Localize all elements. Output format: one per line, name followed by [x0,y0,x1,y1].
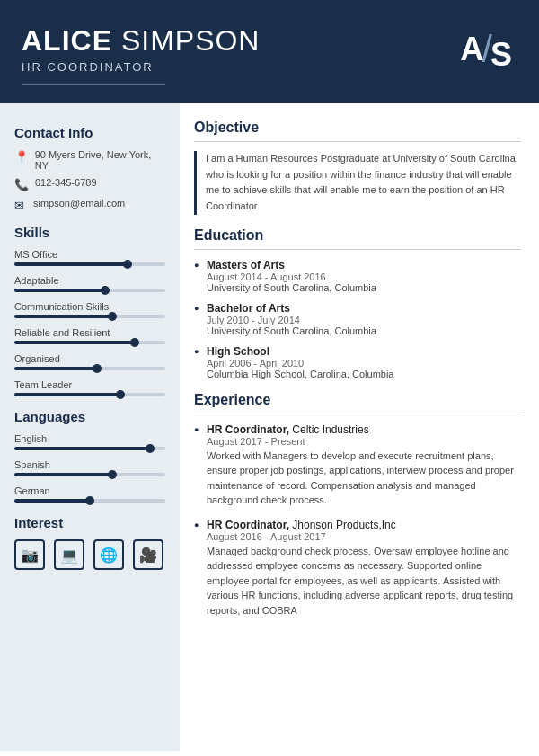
edu-degree: High School [207,345,521,358]
skill-item: Reliable and Resilient [14,327,165,344]
skill-bar-fill [14,289,105,292]
skill-bar-bg [14,289,165,292]
lang-label: Spanish [14,459,165,470]
education-item: Masters of Arts August 2014 - August 201… [194,259,521,293]
contact-section: Contact Info 📍 90 Myers Drive, New York,… [14,125,165,212]
lang-bar-dot [108,470,117,479]
edu-school: Columbia High School, Carolina, Columbia [207,369,521,379]
skill-bar-dot [101,286,110,295]
computer-icon: 💻 [54,539,84,570]
experience-title: Experience [194,392,521,408]
education-item: Bachelor of Arts July 2010 - July 2014 U… [194,302,521,336]
contact-title: Contact Info [14,125,165,140]
lang-bar-dot [85,496,94,505]
edu-degree: Bachelor of Arts [207,302,521,315]
skill-label: Organised [14,353,165,364]
objective-title: Objective [194,120,521,136]
skill-label: MS Office [14,249,165,260]
objective-divider [194,141,521,142]
header-left: ALICE SIMPSON HR COORDINATOR [22,25,260,85]
skill-label: Team Leader [14,379,165,390]
languages-section: Languages English Spanish German [14,409,165,503]
skill-label: Reliable and Resilient [14,327,165,338]
video-icon: 🎥 [133,539,163,570]
objective-text: I am a Human Resources Postgraduate at U… [194,151,521,214]
lang-bar-bg [14,499,165,503]
monogram-s: S [490,36,508,74]
education-divider [194,249,521,250]
monogram-slash: / [482,28,489,71]
skill-bar-bg [14,393,165,396]
lang-bar-fill [14,499,90,503]
exp-description: Worked with Managers to develop and exec… [207,449,521,508]
main-content: Objective I am a Human Resources Postgra… [180,103,539,751]
education-container: Masters of Arts August 2014 - August 201… [194,259,521,379]
exp-title: HR Coordinator, Jhonson Products,Inc [207,519,521,531]
phone-text: 012-345-6789 [35,177,97,188]
skill-item: MS Office [14,249,165,266]
sidebar: Contact Info 📍 90 Myers Drive, New York,… [0,103,180,751]
language-item: English [14,433,165,450]
experience-divider [194,414,521,414]
edu-dates: April 2006 - April 2010 [207,358,521,369]
header-monogram: A / S [460,25,517,74]
edu-dates: August 2014 - August 2016 [207,271,521,282]
exp-dates: August 2016 - August 2017 [207,531,521,542]
header: ALICE SIMPSON HR COORDINATOR A / S [0,0,539,103]
email-icon: ✉ [14,199,27,212]
address-text: 90 Myers Drive, New York, NY [35,149,165,171]
interest-title: Interest [14,515,165,530]
experience-container: HR Coordinator, Celtic Industries August… [194,423,521,618]
languages-container: English Spanish German [14,433,165,503]
experience-item: HR Coordinator, Celtic Industries August… [194,423,521,508]
contact-phone: 📞 012-345-6789 [14,177,165,191]
lang-bar-dot [146,444,155,453]
experience-section: Experience HR Coordinator, Celtic Indust… [194,392,521,618]
skill-bar-bg [14,262,165,266]
skill-bar-bg [14,315,165,318]
first-name: ALICE [22,24,112,57]
skills-section: Skills MS Office Adaptable Communication… [14,225,165,396]
exp-title: HR Coordinator, Celtic Industries [207,423,521,436]
skill-item: Team Leader [14,379,165,396]
header-name: ALICE SIMPSON [22,25,260,57]
edu-degree: Masters of Arts [207,259,521,271]
header-title: HR COORDINATOR [22,60,260,74]
header-divider [22,84,165,85]
skill-bar-fill [14,262,128,266]
skill-bar-dot [130,338,139,347]
last-name: SIMPSON [121,24,261,57]
experience-item: HR Coordinator, Jhonson Products,Inc Aug… [194,519,521,618]
body-layout: Contact Info 📍 90 Myers Drive, New York,… [0,103,539,751]
skills-title: Skills [14,225,165,240]
skill-item: Organised [14,353,165,370]
language-item: Spanish [14,459,165,476]
camera-icon: 📷 [14,539,45,570]
lang-bar-fill [14,447,150,450]
skill-bar-dot [93,364,102,373]
language-item: German [14,485,165,503]
exp-role: HR Coordinator [207,519,287,531]
exp-role: HR Coordinator [207,423,287,436]
education-item: High School April 2006 - April 2010 Colu… [194,345,521,379]
lang-bar-fill [14,473,112,476]
lang-bar-bg [14,447,165,450]
interests-container: 📷💻🌐🎥 [14,539,165,570]
skill-bar-dot [123,260,132,269]
email-text: simpson@email.com [33,198,125,209]
exp-company: Celtic Industries [292,423,368,436]
skills-container: MS Office Adaptable Communication Skills… [14,249,165,396]
exp-description: Managed background check process. Oversa… [207,544,521,618]
skill-item: Adaptable [14,275,165,292]
phone-icon: 📞 [14,178,29,191]
edu-school: University of South Carolina, Columbia [207,282,521,293]
interests-section: Interest 📷💻🌐🎥 [14,515,165,570]
skill-bar-fill [14,393,120,396]
skill-bar-dot [108,312,117,321]
skill-item: Communication Skills [14,301,165,318]
skill-label: Adaptable [14,275,165,286]
education-section: Education Masters of Arts August 2014 - … [194,227,521,379]
skill-bar-fill [14,315,112,318]
skill-bar-bg [14,341,165,344]
languages-title: Languages [14,409,165,424]
